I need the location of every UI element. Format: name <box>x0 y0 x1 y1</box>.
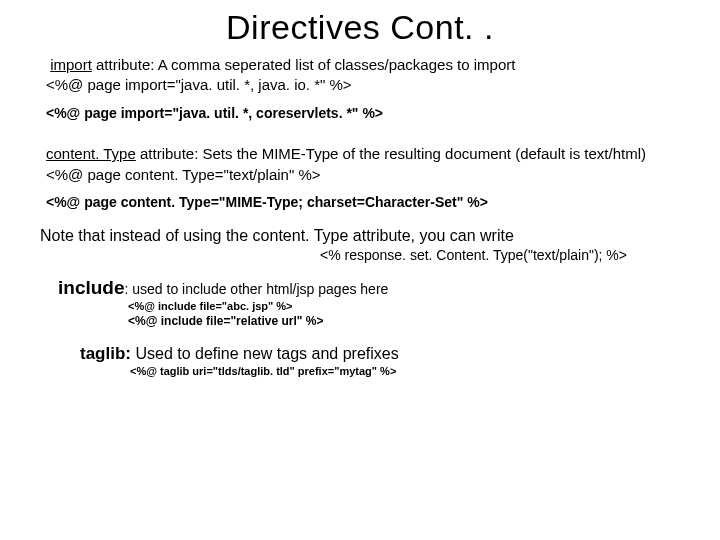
include-desc: : used to include other html/jsp pages h… <box>125 281 389 297</box>
include-heading: include: used to include other html/jsp … <box>58 277 680 299</box>
content-type-code-2: <%@ page content. Type="MIME-Type; chars… <box>46 193 680 212</box>
response-code: <% response. set. Content. Type("text/pl… <box>320 247 680 263</box>
import-code-1: <%@ page import="java. util. *, java. io… <box>46 75 680 95</box>
slide-title: Directives Cont. . <box>40 8 680 47</box>
taglib-code-1: <%@ taglib uri="tlds/taglib. tld" prefix… <box>130 364 680 379</box>
include-code-2: <%@ include file="relative url" %> <box>128 313 680 329</box>
include-code-1: <%@ include file="abc. jsp" %> <box>128 299 680 314</box>
taglib-label: taglib: <box>80 344 131 363</box>
include-label: include <box>58 277 125 298</box>
taglib-desc: Used to define new tags and prefixes <box>131 345 399 362</box>
taglib-heading: taglib: Used to define new tags and pref… <box>80 344 680 364</box>
content-type-code-1: <%@ page content. Type="text/plain" %> <box>46 165 680 185</box>
content-type-label: content. Type <box>46 145 136 162</box>
content-type-desc: attribute: Sets the MIME-Type of the res… <box>136 145 646 162</box>
import-label: import <box>50 56 92 73</box>
import-attr-line: import attribute: A comma seperated list… <box>46 55 680 75</box>
include-section: include: used to include other html/jsp … <box>58 277 680 330</box>
import-section: import attribute: A comma seperated list… <box>46 55 680 122</box>
taglib-section: taglib: Used to define new tags and pref… <box>80 344 680 379</box>
content-type-attr-line: content. Type attribute: Sets the MIME-T… <box>46 144 680 164</box>
import-code-2: <%@ page import="java. util. *, coreserv… <box>46 104 680 123</box>
note-line: Note that instead of using the content. … <box>40 226 680 247</box>
slide-root: Directives Cont. . import attribute: A c… <box>0 0 720 540</box>
content-type-section: content. Type attribute: Sets the MIME-T… <box>46 144 680 211</box>
import-desc: attribute: A comma seperated list of cla… <box>92 56 516 73</box>
